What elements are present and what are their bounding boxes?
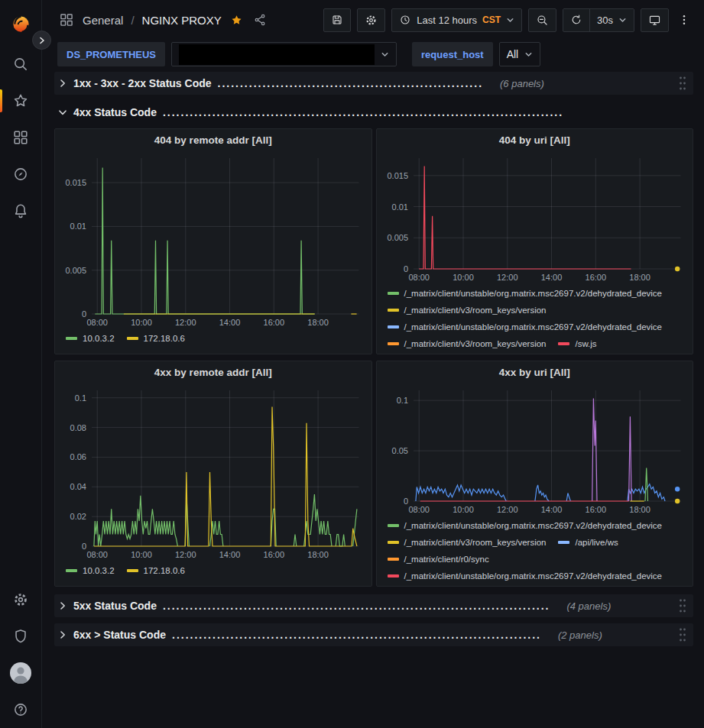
- time-range-picker[interactable]: Last 12 hours CST: [391, 8, 522, 32]
- svg-text:0.015: 0.015: [387, 171, 408, 180]
- legend-series-label: /_matrix/client/r0/sync: [404, 552, 489, 567]
- svg-text:0.005: 0.005: [387, 233, 408, 242]
- tv-mode-button[interactable]: [641, 8, 669, 32]
- legend-series-color: [388, 309, 399, 312]
- legend-series-label: /_matrix/client/unstable/org.matrix.msc2…: [404, 518, 663, 533]
- svg-text:16:00: 16:00: [585, 273, 606, 282]
- svg-text:12:00: 12:00: [175, 318, 196, 327]
- row-drag-handle[interactable]: [678, 627, 687, 642]
- breadcrumb-folder[interactable]: General: [83, 14, 123, 27]
- refresh-button[interactable]: [563, 9, 589, 31]
- dashboard-title[interactable]: NGINX PROXY: [142, 14, 222, 27]
- legend-item[interactable]: /sw.js: [558, 336, 596, 351]
- row-4xx[interactable]: 4xx Status Code ........................…: [54, 101, 693, 124]
- help-icon: [12, 701, 29, 718]
- time-range-label: Last 12 hours: [417, 15, 477, 26]
- legend-series-color: [388, 342, 399, 345]
- legend-item[interactable]: /api/live/ws: [558, 535, 618, 550]
- variable-value-request-host[interactable]: All: [499, 42, 541, 66]
- panel-title[interactable]: 404 by remote addr [All]: [58, 129, 368, 150]
- refresh-interval-picker[interactable]: 30s: [590, 9, 634, 31]
- main-area: General / NGINX PROXY: [42, 0, 704, 728]
- favorite-star-button[interactable]: [229, 12, 245, 28]
- svg-text:16:00: 16:00: [585, 505, 606, 514]
- panel-title[interactable]: 404 by uri [All]: [380, 129, 690, 150]
- legend-item[interactable]: 10.0.3.2: [66, 563, 115, 578]
- breadcrumb: General / NGINX PROXY: [57, 11, 268, 29]
- zoom-out-button[interactable]: [528, 8, 556, 32]
- timeseries-chart[interactable]: 08:0010:0012:0014:0016:0018:0000.0050.01…: [380, 150, 690, 284]
- chevron-down-icon: [524, 50, 533, 59]
- legend-series-color: [127, 337, 138, 340]
- row-panel-count: (6 panels): [500, 78, 544, 89]
- legend-item[interactable]: /_matrix/client/unstable/org.matrix.msc2…: [388, 568, 663, 584]
- legend-series-label: 10.0.3.2: [83, 563, 115, 578]
- sidebar-item-help[interactable]: [0, 691, 41, 728]
- row-title: 1xx - 3xx - 2xx Status Code: [73, 77, 212, 89]
- panel-legend: 10.0.3.2172.18.0.6: [58, 329, 368, 346]
- legend-series-color: [558, 541, 569, 544]
- legend-series-label: /api/live/ws: [575, 535, 618, 550]
- star-filled-icon: [230, 14, 243, 27]
- variable-label-ds-prometheus[interactable]: DS_PROMETHEUS: [57, 42, 165, 66]
- legend-item[interactable]: /_matrix/client/r0/sync: [388, 552, 489, 567]
- legend-item[interactable]: /_matrix/client/unstable/org.matrix.msc2…: [388, 518, 663, 533]
- panel-404-by-remote-addr: 404 by remote addr [All] 08:0010:0012:00…: [54, 128, 372, 354]
- row-panel-count: (2 panels): [558, 629, 602, 641]
- sidebar-item-starred[interactable]: [0, 83, 41, 119]
- panel-title[interactable]: 4xx by remote addr [All]: [58, 361, 368, 383]
- sidebar-item-search[interactable]: [0, 46, 41, 83]
- row-drag-handle[interactable]: [678, 76, 687, 91]
- timeseries-chart[interactable]: 08:0010:0012:0014:0016:0018:0000.020.040…: [58, 383, 368, 561]
- timezone-label: CST: [482, 15, 501, 25]
- search-icon: [12, 56, 29, 73]
- dashboard-canvas: 1xx - 3xx - 2xx Status Code ............…: [42, 70, 704, 728]
- dashboard-settings-button[interactable]: [357, 8, 385, 32]
- legend-item[interactable]: /_matrix/client/unstable/org.matrix.msc2…: [388, 286, 663, 301]
- legend-item[interactable]: 172.18.0.6: [127, 331, 185, 346]
- drag-dots-icon: [678, 627, 687, 642]
- svg-text:08:00: 08:00: [408, 273, 430, 282]
- sidebar-expand-button[interactable]: [32, 31, 51, 50]
- legend-item[interactable]: /_matrix/client/unstable/org.matrix.msc2…: [388, 319, 663, 335]
- more-options-button[interactable]: [675, 12, 693, 28]
- svg-text:14:00: 14:00: [219, 318, 241, 327]
- legend-series-label: 172.18.0.6: [144, 563, 185, 578]
- sidebar-item-alerting[interactable]: [0, 193, 41, 229]
- sidebar-item-explore[interactable]: [0, 156, 41, 193]
- timeseries-chart[interactable]: 08:0010:0012:0014:0016:0018:0000.050.1: [380, 383, 690, 516]
- sidebar-item-server-admin[interactable]: [0, 618, 41, 655]
- sidebar-item-profile[interactable]: [0, 655, 41, 691]
- sidebar-item-configuration[interactable]: [0, 581, 41, 618]
- legend-series-color: [558, 342, 569, 345]
- svg-text:0: 0: [82, 309, 86, 319]
- row-title: 6xx > Status Code: [73, 629, 166, 641]
- svg-text:0.1: 0.1: [396, 396, 407, 405]
- dashboards-grid-icon: [12, 129, 29, 146]
- share-button[interactable]: [251, 11, 268, 28]
- legend-item[interactable]: /_matrix/client/v3/room_keys/version: [388, 336, 547, 351]
- legend-item[interactable]: /_matrix/client/v3/room_keys/version: [388, 303, 547, 318]
- svg-text:0.04: 0.04: [70, 482, 86, 491]
- row-5xx[interactable]: 5xx Status Code ........................…: [54, 594, 693, 617]
- legend-item[interactable]: /_matrix/client/v3/room_keys/version: [388, 535, 547, 550]
- timeseries-chart[interactable]: 08:0010:0012:0014:0016:0018:0000.0050.01…: [58, 150, 368, 329]
- legend-item[interactable]: 10.0.3.2: [66, 331, 115, 346]
- legend-item[interactable]: 172.18.0.6: [127, 563, 185, 578]
- row-drag-handle[interactable]: [678, 598, 687, 613]
- sidebar-item-dashboards[interactable]: [0, 119, 41, 156]
- row-1xx-3xx-2xx[interactable]: 1xx - 3xx - 2xx Status Code ............…: [54, 72, 693, 95]
- chevron-down-icon: [381, 50, 389, 59]
- row-6xx[interactable]: 6xx > Status Code ......................…: [54, 623, 693, 646]
- variable-label-request-host[interactable]: request_host: [412, 42, 493, 66]
- svg-text:0.005: 0.005: [65, 266, 86, 275]
- save-dashboard-button[interactable]: [323, 8, 351, 32]
- svg-text:0.08: 0.08: [70, 423, 86, 432]
- panel-title[interactable]: 4xx by uri [All]: [380, 361, 690, 383]
- svg-text:18:00: 18:00: [629, 505, 650, 514]
- legend-series-color: [388, 574, 399, 578]
- svg-text:0.01: 0.01: [70, 222, 86, 231]
- chevron-down-icon: [506, 16, 514, 24]
- variable-value-ds-prometheus[interactable]: [171, 42, 397, 66]
- svg-text:0: 0: [403, 497, 407, 506]
